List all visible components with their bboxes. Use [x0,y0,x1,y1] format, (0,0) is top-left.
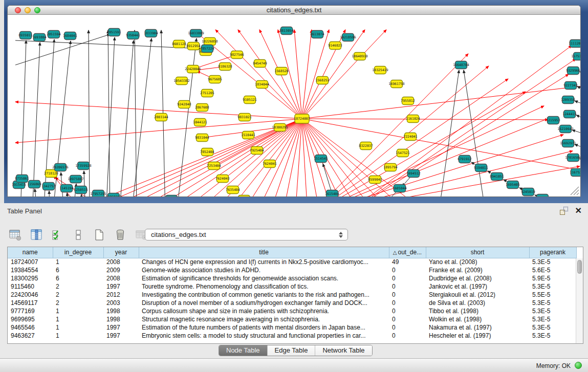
graph-edge[interactable] [311,54,468,196]
table-cell[interactable]: Yano et al. (2008) [426,258,529,266]
table-cell[interactable]: 1998 [103,315,139,323]
table-cell[interactable]: 5.3E-5 [529,332,576,340]
graph-node[interactable]: 7624043 [215,175,229,183]
graph-node[interactable]: 9242848 [177,101,191,108]
table-cell[interactable]: 18724007 [8,258,53,266]
table-cell[interactable]: 9463627 [8,332,53,340]
table-cell[interactable]: 1 [53,332,103,340]
graph-edge[interactable] [32,42,40,196]
table-scrollbar-thumb[interactable] [577,260,582,274]
table-cell[interactable]: 0 [389,299,426,307]
graph-node[interactable]: 17957255 [90,190,106,197]
graph-node[interactable]: 1605044 [393,185,406,192]
graph-node[interactable]: 8613074 [310,31,324,38]
graph-node[interactable]: 1209358 [561,96,575,104]
table-cell[interactable]: 1998 [103,307,139,315]
graph-node[interactable]: 1815413 [535,194,549,197]
column-header-short[interactable]: short [426,247,529,258]
graph-node[interactable]: 9505133 [164,195,178,197]
table-row[interactable]: 911546021997Tourette syndrome. Phenomeno… [8,282,576,291]
float-panel-icon[interactable] [560,207,568,215]
table-cell[interactable]: 1997 [103,282,139,291]
column-header-out-degree[interactable]: △out_de... [389,247,426,258]
graph-edge[interactable] [439,70,459,196]
table-cell[interactable]: 5.3E-5 [529,299,576,307]
graph-node[interactable]: 1693804 [32,34,46,41]
graph-node[interactable]: 9675685 [208,76,222,83]
table-cell[interactable]: 9115460 [8,282,53,291]
graph-node[interactable]: 7955812 [401,97,415,105]
resize-grip[interactable] [571,187,579,195]
table-cell[interactable]: 5.3E-5 [529,315,576,323]
table-cell[interactable]: 2 [53,282,103,291]
graph-node[interactable]: 8813054 [279,27,293,35]
table-cell[interactable]: Estimation of significance thresholds fo… [139,274,389,282]
table-cell[interactable]: 5.3E-5 [529,258,576,266]
table-cell[interactable]: Structural magnetic resonance image aver… [139,315,389,323]
graph-node[interactable]: 7224041 [403,133,417,141]
table-row[interactable]: 946554611997Estimation of the future num… [8,323,576,332]
table-cell[interactable]: 5.5E-5 [529,291,576,299]
graph-node[interactable]: 8599041 [368,176,382,184]
delete-rows-icon[interactable] [113,228,127,242]
graph-edge[interactable] [20,40,26,196]
table-cell[interactable]: 6 [53,274,103,282]
graph-node[interactable]: 8601128 [172,40,186,48]
graph-node[interactable]: 9105121 [243,96,256,104]
new-table-icon[interactable] [92,228,106,242]
graph-node[interactable]: 1694512 [406,170,420,178]
table-cell[interactable]: 0 [389,282,426,291]
table-settings-icon[interactable] [8,228,23,242]
graph-node[interactable]: 9146823 [328,42,342,50]
table-scrollbar[interactable] [576,258,583,343]
graph-node[interactable]: 1244415 [562,111,576,118]
graph-node[interactable]: 15751074 [571,53,580,60]
graph-node[interactable]: 7635404 [226,186,239,194]
graph-node[interactable]: 17016504 [565,154,580,162]
graph-node[interactable]: 6791912 [458,156,471,163]
graph-node[interactable]: 7925404 [250,147,264,155]
graph-node[interactable]: 9245019 [521,188,535,196]
graph-edge[interactable] [577,86,580,92]
graph-node[interactable]: 1895794 [383,164,397,171]
table-cell[interactable]: Estimation of the future numbers of pati… [139,323,389,332]
graph-node[interactable]: 8322037 [359,142,373,150]
table-cell[interactable]: 6 [53,266,103,274]
table-cell[interactable]: 1 [53,315,103,323]
table-cell[interactable]: Stergiakouli et al. (2012) [426,291,529,299]
table-cell[interactable]: 1 [53,323,103,332]
column-header-pagerank[interactable]: pagerank [529,247,576,258]
graph-edge[interactable] [15,119,302,143]
graph-node[interactable]: 7857224 [200,45,214,53]
table-cell[interactable]: 0 [389,323,426,332]
graph-node[interactable]: 1834044 [255,81,269,89]
graph-node[interactable]: 7852404 [200,148,214,156]
graph-node[interactable]: 16648784 [453,61,469,69]
graph-node[interactable]: 9831021 [237,114,251,121]
tab-network-table[interactable]: Network Table [315,345,372,356]
graph-node[interactable]: 8912954 [186,42,200,50]
table-cell[interactable]: 2012 [103,291,139,299]
graph-node[interactable]: 1514545 [314,155,328,163]
graph-edge[interactable] [35,189,37,196]
graph-edge[interactable] [302,119,580,171]
table-cell[interactable]: Franke et al. (2009) [426,266,529,274]
graph-edge[interactable] [80,119,302,196]
graph-edge[interactable] [575,101,580,106]
network-canvas[interactable]: 1872400718300295183404491051219831021151… [8,15,580,196]
graph-node[interactable]: 2051594 [47,31,60,38]
graph-node[interactable]: 9227343 [563,82,577,90]
table-cell[interactable]: 5.3E-5 [529,323,576,332]
graph-edge[interactable] [108,30,110,196]
graph-node[interactable]: 8735061 [15,175,29,183]
table-cell[interactable]: 0 [389,274,426,282]
graph-node[interactable]: 1145194 [59,185,73,192]
graph-node[interactable]: 8941051 [490,173,504,181]
graph-edge[interactable] [215,30,302,119]
table-select-dropdown[interactable]: citations_edges.txt [145,229,348,240]
graph-node[interactable]: 17359928 [75,162,91,170]
table-cell[interactable]: 19384554 [8,266,53,274]
table-cell[interactable]: Tourette syndrome. Phenomenology and cla… [139,282,389,291]
graph-edge[interactable] [323,164,332,194]
table-cell[interactable]: de Silva et al. (2003) [426,299,529,307]
